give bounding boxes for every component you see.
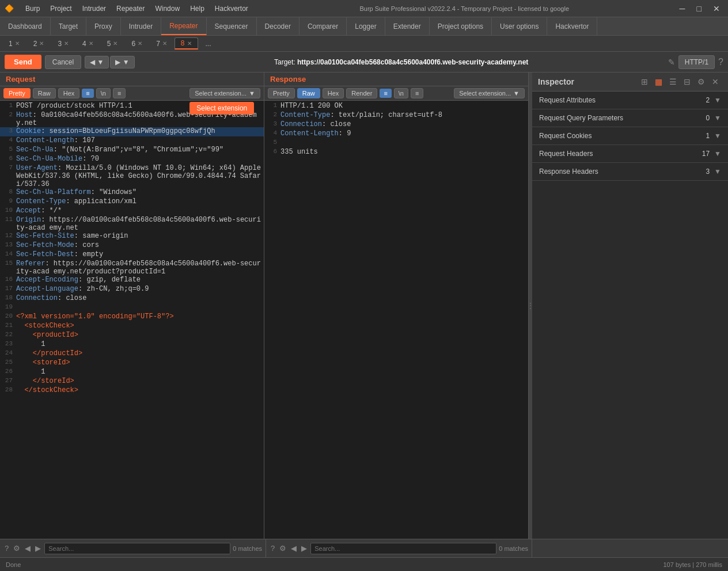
request-line: 24 </productId> xyxy=(0,349,264,359)
response-search-help-icon[interactable]: ? xyxy=(270,543,276,554)
menu-hackvertor[interactable]: Hackvertor xyxy=(210,3,253,14)
request-code-area[interactable]: 1POST /product/stock HTTP/1.12Host: 0a01… xyxy=(0,101,264,539)
repeater-tab-4[interactable]: 4 ✕ xyxy=(76,38,100,50)
request-line: 21 <stockCheck> xyxy=(0,322,264,331)
nav-tab-decoder[interactable]: Decoder xyxy=(257,17,299,35)
nav-arrows: ◀ ▼ ▶ ▼ xyxy=(85,56,134,68)
response-search-input[interactable] xyxy=(310,543,496,554)
request-search-forward-icon[interactable]: ▶ xyxy=(34,543,42,554)
send-button[interactable]: Send xyxy=(5,55,41,69)
response-escape-icon[interactable]: \n xyxy=(394,88,408,98)
response-search-forward-icon[interactable]: ▶ xyxy=(300,543,308,554)
request-line: 23 1 xyxy=(0,340,264,349)
nav-tab-hackvertor[interactable]: Hackvertor xyxy=(547,17,597,35)
maximize-button[interactable]: □ xyxy=(693,4,705,13)
close-tab-6-icon[interactable]: ✕ xyxy=(138,40,142,47)
response-search-settings-icon[interactable]: ⚙ xyxy=(278,543,287,554)
repeater-tab-1[interactable]: 1 ✕ xyxy=(2,38,26,50)
nav-tab-project-options[interactable]: Project options xyxy=(430,17,492,35)
response-tab-hex[interactable]: Hex xyxy=(323,88,344,98)
request-search-settings-icon[interactable]: ⚙ xyxy=(12,543,21,554)
request-format-icon[interactable]: ≡ xyxy=(82,89,93,98)
inspector-split-icon[interactable]: ⊟ xyxy=(680,76,694,87)
nav-tab-intruder[interactable]: Intruder xyxy=(121,17,161,35)
menu-help[interactable]: Help xyxy=(185,3,209,14)
nav-tab-target[interactable]: Target xyxy=(51,17,86,35)
close-button[interactable]: ✕ xyxy=(710,4,723,13)
edit-target-icon[interactable]: ✎ xyxy=(668,58,675,67)
nav-forward-button[interactable]: ▶ ▼ xyxy=(110,56,134,68)
nav-back-button[interactable]: ◀ ▼ xyxy=(85,56,109,68)
inspector-settings-icon[interactable]: ⚙ xyxy=(694,76,708,87)
repeater-tab-8[interactable]: 8 ✕ xyxy=(175,37,198,50)
nav-tab-sequencer[interactable]: Sequencer xyxy=(207,17,257,35)
cancel-button[interactable]: Cancel xyxy=(45,55,81,69)
response-format-icon[interactable]: ≡ xyxy=(380,89,391,98)
menu-project[interactable]: Project xyxy=(46,3,76,14)
menu-window[interactable]: Window xyxy=(150,3,184,14)
menu-repeater[interactable]: Repeater xyxy=(112,3,149,14)
request-escape-icon[interactable]: \n xyxy=(96,88,111,98)
minimize-button[interactable]: ─ xyxy=(676,4,689,13)
request-search-back-icon[interactable]: ◀ xyxy=(24,543,32,554)
nav-tab-comparer[interactable]: Comparer xyxy=(299,17,347,35)
help-icon[interactable]: ? xyxy=(718,57,723,67)
response-matches-label: 0 matches xyxy=(499,545,528,552)
inspector-grid-icon[interactable]: ⊞ xyxy=(638,76,651,87)
request-extension-dropdown: Select extension xyxy=(189,102,254,115)
inspector-item-query-params[interactable]: Request Query Parameters 0 ▼ xyxy=(532,109,728,127)
inspector-list-icon[interactable]: ☰ xyxy=(666,76,680,87)
inspector-item-request-attributes[interactable]: Request Attributes 2 ▼ xyxy=(532,92,728,109)
nav-tab-dashboard[interactable]: Dashboard xyxy=(0,17,51,35)
close-tab-2-icon[interactable]: ✕ xyxy=(39,40,44,47)
request-tab-raw[interactable]: Raw xyxy=(33,88,56,98)
response-wrap-icon[interactable]: ≡ xyxy=(411,88,423,98)
request-line: 8Sec-Ch-Ua-Platform: "Windows" xyxy=(0,188,264,197)
nav-tab-extender[interactable]: Extender xyxy=(385,17,430,35)
inspector-columns-icon[interactable]: ▦ xyxy=(651,76,666,87)
response-code-area[interactable]: 1HTTP/1.1 200 OK2Content-Type: text/plai… xyxy=(264,101,528,539)
menu-intruder[interactable]: Intruder xyxy=(78,3,111,14)
response-extension-chevron: ▼ xyxy=(513,90,520,97)
request-search-help-icon[interactable]: ? xyxy=(3,543,10,554)
close-tab-5-icon[interactable]: ✕ xyxy=(113,40,117,47)
inspector-item-request-headers[interactable]: Request Headers 17 ▼ xyxy=(532,145,728,163)
nav-tab-repeater[interactable]: Repeater xyxy=(161,17,206,35)
request-extension-container: Select extension... ▼ Select extension xyxy=(189,88,260,98)
http-version-button[interactable]: HTTP/1 xyxy=(678,55,715,69)
request-line: 15Referer: https://0a0100ca04feb568c08a4… xyxy=(0,260,264,276)
repeater-tab-5[interactable]: 5 ✕ xyxy=(101,38,124,50)
inspector-item-cookies[interactable]: Request Cookies 1 ▼ xyxy=(532,127,728,145)
repeater-tab-3[interactable]: 3 ✕ xyxy=(51,38,75,50)
response-search-back-icon[interactable]: ◀ xyxy=(290,543,298,554)
response-tab-pretty[interactable]: Pretty xyxy=(268,88,295,98)
menu-burp[interactable]: Burp xyxy=(21,3,44,14)
response-tab-render[interactable]: Render xyxy=(346,88,377,98)
nav-tab-user-options[interactable]: User options xyxy=(492,17,547,35)
request-line: 28 </stockCheck> xyxy=(0,386,264,395)
nav-tab-proxy[interactable]: Proxy xyxy=(86,17,121,35)
close-tab-3-icon[interactable]: ✕ xyxy=(64,40,69,47)
nav-tab-logger[interactable]: Logger xyxy=(347,17,385,35)
repeater-tab-2[interactable]: 2 ✕ xyxy=(27,38,51,50)
request-tab-hex[interactable]: Hex xyxy=(58,88,80,98)
repeater-tab-7[interactable]: 7 ✕ xyxy=(150,38,173,50)
close-tab-1-icon[interactable]: ✕ xyxy=(15,40,20,47)
inspector-item-response-headers[interactable]: Response Headers 3 ▼ xyxy=(532,163,728,181)
repeater-tab-more[interactable]: ... xyxy=(199,38,218,50)
request-wrap-icon[interactable]: ≡ xyxy=(113,88,126,98)
response-tab-raw[interactable]: Raw xyxy=(297,88,320,98)
inspector-response-headers-label: Response Headers xyxy=(539,168,706,176)
response-extension-select[interactable]: Select extension... ▼ xyxy=(454,88,525,98)
request-tab-pretty[interactable]: Pretty xyxy=(3,88,31,98)
inspector-close-icon[interactable]: ✕ xyxy=(708,76,722,87)
close-tab-8-icon[interactable]: ✕ xyxy=(187,40,192,47)
request-search-input[interactable] xyxy=(44,543,230,554)
repeater-tab-6[interactable]: 6 ✕ xyxy=(125,38,149,50)
window-title: Burp Suite Professional v2022.2.4 - Temp… xyxy=(253,5,676,12)
request-extension-select[interactable]: Select extension... ▼ xyxy=(189,88,260,98)
repeater-tab-bar: 1 ✕ 2 ✕ 3 ✕ 4 ✕ 5 ✕ 6 ✕ 7 ✕ 8 ✕ ... xyxy=(0,36,728,52)
close-tab-7-icon[interactable]: ✕ xyxy=(162,40,167,47)
inspector-request-attributes-label: Request Attributes xyxy=(539,96,706,104)
close-tab-4-icon[interactable]: ✕ xyxy=(89,40,93,47)
